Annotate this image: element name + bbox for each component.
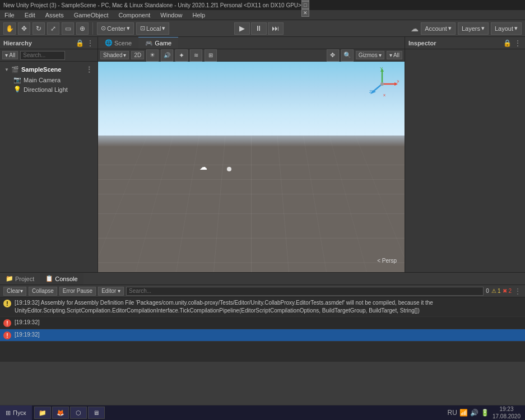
- console-tab-icon: 📋: [45, 275, 53, 282]
- error-count: 2: [508, 288, 512, 294]
- taskbar-right: RU 📶 🔊 🔋 19:23 17.08.2020: [443, 405, 525, 420]
- title-controls: ─ □ ✕: [301, 0, 309, 17]
- scene-extra2[interactable]: ⊞: [205, 49, 217, 62]
- svg-line-11: [136, 136, 173, 272]
- error-pause-button[interactable]: Error Pause: [59, 287, 96, 296]
- lighting-button[interactable]: ☀: [146, 49, 159, 62]
- hierarchy-directional-light-item[interactable]: 💡 Directional Light: [0, 85, 97, 94]
- step-button[interactable]: ⏭: [268, 22, 284, 35]
- tray-battery-icon: 🔋: [481, 409, 489, 417]
- title-bar: New Unity Project (3) - SampleScene - PC…: [0, 0, 525, 10]
- taskbar-fox-item[interactable]: 🦊: [52, 407, 69, 419]
- taskbar-folder-item[interactable]: 📁: [34, 407, 51, 419]
- hierarchy-filter-dropdown[interactable]: ▾ All: [2, 51, 18, 59]
- inspector-title: Inspector: [408, 40, 436, 46]
- pivot-center-button[interactable]: ⊙ Center ▾: [97, 22, 134, 35]
- scene-extra1[interactable]: ≋: [190, 49, 202, 62]
- start-button[interactable]: ⊞ Пуск: [0, 405, 32, 420]
- toolbar: ✋ ✥ ↻ ⤢ ▭ ⊕ ⊙ Center ▾ ⊡ Local ▾ ▶ ⏸ ⏭ ☁…: [0, 20, 525, 37]
- svg-line-14: [355, 136, 405, 272]
- svg-line-9: [176, 136, 199, 272]
- scene-tools-icon[interactable]: ✥: [327, 49, 339, 62]
- inspector-header: Inspector 🔒 ⋮: [405, 37, 525, 49]
- hierarchy-title: Hierarchy: [3, 40, 32, 46]
- console-row-text-1: [19:19:32]: [15, 319, 522, 326]
- account-button[interactable]: Account ▾: [421, 22, 456, 35]
- scene-icon: 🌐: [105, 39, 113, 46]
- console-search-input[interactable]: [126, 287, 484, 296]
- hierarchy-lock-icon[interactable]: 🔒: [75, 39, 85, 48]
- menu-component[interactable]: Component: [116, 11, 152, 19]
- effects-button[interactable]: ✦: [175, 49, 188, 62]
- taskbar: ⊞ Пуск 📁 🦊 ⬡ 🖥 RU 📶 🔊 🔋 19:23 17.08.2020: [0, 405, 525, 420]
- svg-point-25: [380, 82, 384, 86]
- scene-more-icon[interactable]: ⋮: [85, 65, 93, 74]
- hierarchy-search-input[interactable]: [20, 51, 65, 60]
- fox-icon: 🦊: [57, 409, 64, 417]
- hand-tool-button[interactable]: ✋: [3, 22, 16, 35]
- editor-button[interactable]: Editor ▾: [98, 287, 124, 296]
- hierarchy-header: Hierarchy 🔒 ⋮: [0, 37, 97, 49]
- tray-icons: RU 📶 🔊 🔋: [448, 409, 489, 417]
- inspector-more-icon[interactable]: ⋮: [514, 39, 522, 48]
- hierarchy-more-icon[interactable]: ⋮: [86, 39, 94, 48]
- tab-game[interactable]: 🎮 Game: [138, 37, 178, 49]
- rect-tool-button[interactable]: ▭: [62, 22, 74, 35]
- menu-gameobject[interactable]: GameObject: [72, 11, 111, 19]
- pause-button[interactable]: ⏸: [251, 22, 267, 35]
- console-row-2[interactable]: ! [19:19:32]: [0, 329, 525, 342]
- taskbar-unity-item[interactable]: ⬡: [70, 407, 87, 419]
- console-tabs: 📁 Project 📋 Console: [0, 273, 525, 285]
- svg-line-13: [98, 136, 147, 272]
- scale-tool-button[interactable]: ⤢: [47, 22, 59, 35]
- play-button[interactable]: ▶: [234, 22, 250, 35]
- clear-button[interactable]: Clear ▾: [3, 287, 26, 296]
- sky-background: [98, 62, 405, 136]
- time-display: 19:23: [493, 405, 521, 413]
- audio-button[interactable]: 🔊: [161, 49, 173, 62]
- scene-search-icon[interactable]: 🔍: [341, 49, 354, 62]
- close-button[interactable]: ✕: [301, 9, 309, 17]
- move-tool-button[interactable]: ✥: [18, 22, 30, 35]
- scene-tabs: 🌐 Scene 🎮 Game: [98, 37, 405, 49]
- hierarchy-scene-item[interactable]: ▼ 🎬 SampleScene ⋮: [0, 64, 97, 75]
- pivot-local-button[interactable]: ⊡ Local ▾: [136, 22, 169, 35]
- scene-obj-2: [227, 167, 231, 171]
- taskbar-app-item[interactable]: 🖥: [88, 407, 105, 419]
- menu-assets[interactable]: Assets: [43, 11, 66, 19]
- rotate-tool-button[interactable]: ↻: [32, 22, 45, 35]
- gizmos-dropdown[interactable]: Gizmos ▾: [356, 51, 384, 59]
- layout-button[interactable]: Layout ▾: [491, 22, 522, 35]
- menu-window[interactable]: Window: [158, 11, 184, 19]
- svg-text:x: x: [383, 92, 385, 97]
- menu-file[interactable]: File: [2, 11, 17, 19]
- transform-tool-button[interactable]: ⊕: [76, 22, 89, 35]
- console-row-0[interactable]: ! [19:19:32] Assembly for Assembly Defin…: [0, 297, 525, 317]
- 2d-button[interactable]: 2D: [131, 51, 144, 59]
- menu-help[interactable]: Help: [190, 11, 207, 19]
- collab-icon[interactable]: ☁: [411, 24, 419, 33]
- error-row-icon-1: !: [3, 319, 11, 327]
- collapse-button[interactable]: Collapse: [29, 287, 57, 296]
- menu-edit[interactable]: Edit: [22, 11, 38, 19]
- shaded-dropdown[interactable]: Shaded ▾: [100, 51, 129, 59]
- info-count: 0: [486, 288, 489, 294]
- hierarchy-main-camera-item[interactable]: 📷 Main Camera: [0, 75, 97, 85]
- tab-console[interactable]: 📋 Console: [40, 273, 83, 284]
- layers-button[interactable]: Layers ▾: [458, 22, 489, 35]
- console-row-1[interactable]: ! [19:19:32]: [0, 317, 525, 329]
- console-more-icon[interactable]: ⋮: [514, 287, 522, 296]
- maximize-button[interactable]: □: [301, 1, 309, 9]
- hierarchy-header-icons: 🔒 ⋮: [75, 39, 94, 48]
- all-dropdown[interactable]: ▾ All: [387, 51, 402, 59]
- inspector-lock-icon[interactable]: 🔒: [503, 39, 512, 48]
- inspector-header-icons: 🔒 ⋮: [503, 39, 522, 48]
- tab-scene[interactable]: 🌐 Scene: [98, 37, 138, 49]
- console-row-text-0: [19:19:32] Assembly for Assembly Definit…: [15, 299, 522, 315]
- tab-project[interactable]: 📁 Project: [0, 273, 40, 284]
- unity-icon: ⬡: [76, 409, 81, 417]
- console-badges: 0 ⚠ 1 ✖ 2: [486, 288, 512, 294]
- game-icon: 🎮: [145, 40, 153, 47]
- folder-icon: 📁: [39, 409, 47, 417]
- scene-expand-icon: ▼: [4, 67, 9, 72]
